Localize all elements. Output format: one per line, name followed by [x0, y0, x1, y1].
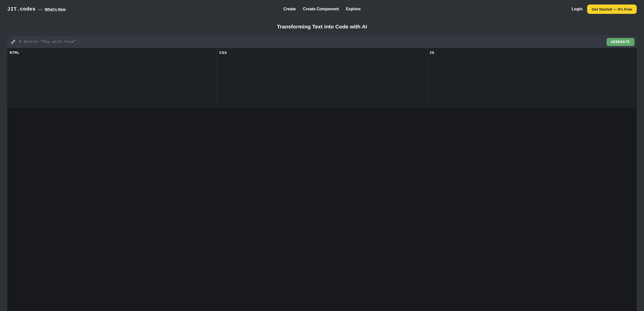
get-started-button[interactable]: Get Started — It's Free	[587, 5, 637, 14]
preview-area	[7, 107, 637, 311]
brand-logo[interactable]: JIT.codes	[7, 6, 36, 12]
nav-create-component[interactable]: Create Component	[303, 7, 339, 11]
panel-css-label: CSS	[219, 51, 424, 55]
nav-center: Create Create Component Explore	[283, 7, 361, 11]
panel-html[interactable]: HTML	[7, 48, 217, 107]
nav-create[interactable]: Create	[283, 7, 296, 11]
generate-button[interactable]: GENERATE	[607, 38, 634, 46]
brand-block: JIT.codes — What's New	[7, 6, 66, 12]
panel-js-label: JS	[429, 51, 634, 55]
brush-icon	[11, 40, 16, 45]
header: JIT.codes — What's New Create Create Com…	[0, 0, 644, 18]
workspace: GENERATE HTML CSS JS	[7, 36, 637, 311]
header-right: Login Get Started — It's Free	[572, 5, 637, 14]
nav-explore[interactable]: Explore	[346, 7, 361, 11]
panel-js[interactable]: JS	[427, 48, 637, 107]
code-panels: HTML CSS JS	[7, 48, 637, 107]
prompt-input[interactable]	[19, 40, 607, 44]
login-link[interactable]: Login	[572, 7, 583, 11]
panel-html-label: HTML	[10, 51, 215, 55]
brand-dash: —	[38, 7, 42, 12]
prompt-bar: GENERATE	[7, 36, 637, 48]
whats-new-link[interactable]: What's New	[45, 7, 66, 11]
page-title: Transforming Text into Code with AI	[0, 18, 644, 36]
panel-css[interactable]: CSS	[217, 48, 427, 107]
